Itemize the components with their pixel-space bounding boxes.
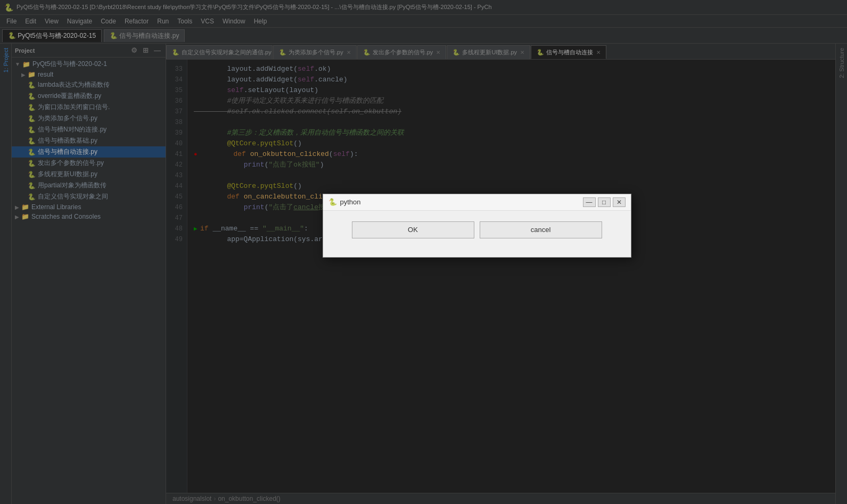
dialog-window-buttons: — □ ✕ [583, 197, 626, 207]
dialog-minimize-button[interactable]: — [583, 197, 596, 207]
dialog-icon: 🐍 [328, 198, 337, 206]
dialog-maximize-button[interactable]: □ [598, 197, 611, 207]
dialog-title-bar: 🐍 python — □ ✕ [323, 194, 631, 211]
dialog-close-button[interactable]: ✕ [613, 197, 626, 207]
dialog: 🐍 python — □ ✕ OK cancel [323, 194, 631, 258]
dialog-cancel-button[interactable]: cancel [480, 221, 602, 238]
dialog-ok-button[interactable]: OK [352, 221, 474, 238]
dialog-body: OK cancel [323, 211, 631, 249]
modal-overlay[interactable]: 🐍 python — □ ✕ OK cancel [0, 0, 847, 504]
dialog-title-left: 🐍 python [328, 198, 361, 206]
dialog-title: python [340, 198, 361, 206]
